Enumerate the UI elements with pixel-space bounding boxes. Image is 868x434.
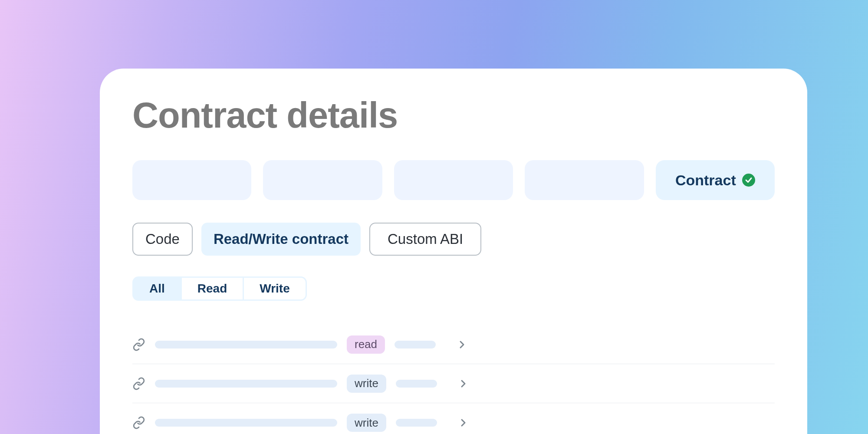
- filter-all[interactable]: All: [134, 278, 181, 299]
- top-tab-contract[interactable]: Contract: [656, 160, 775, 200]
- link-icon: [132, 377, 145, 390]
- filter-read[interactable]: Read: [181, 278, 243, 299]
- top-tab-2[interactable]: [263, 160, 382, 200]
- verified-check-icon: [742, 174, 755, 187]
- filter-segmented: All Read Write: [132, 276, 307, 301]
- method-row[interactable]: write: [132, 403, 775, 434]
- method-name-placeholder: [155, 341, 337, 349]
- method-name-placeholder: [155, 380, 337, 388]
- chevron-right-icon: [457, 339, 467, 350]
- chevron-right-icon: [458, 418, 468, 428]
- link-icon: [132, 338, 145, 351]
- method-meta-placeholder: [396, 380, 437, 388]
- method-tag: write: [347, 414, 386, 432]
- contract-subtabs: Code Read/Write contract Custom ABI: [132, 223, 775, 256]
- subtab-custom-abi[interactable]: Custom ABI: [369, 223, 481, 256]
- method-meta-placeholder: [395, 341, 436, 349]
- content-card: Contract details Contract Code Read/Writ…: [100, 69, 807, 434]
- method-name-placeholder: [155, 419, 337, 427]
- top-tabs: Contract: [132, 160, 775, 200]
- top-tab-1[interactable]: [132, 160, 251, 200]
- top-tab-3[interactable]: [394, 160, 513, 200]
- method-row[interactable]: write: [132, 364, 775, 403]
- link-icon: [132, 416, 145, 429]
- page-title: Contract details: [132, 95, 775, 136]
- filter-write[interactable]: Write: [243, 278, 306, 299]
- top-tab-contract-label: Contract: [675, 172, 736, 189]
- top-tab-4[interactable]: [525, 160, 644, 200]
- method-tag: read: [347, 335, 385, 354]
- subtab-read-write[interactable]: Read/Write contract: [201, 223, 361, 256]
- method-list: readwritewrite: [132, 325, 775, 434]
- subtab-code[interactable]: Code: [132, 223, 193, 256]
- method-tag: write: [347, 375, 386, 393]
- method-row[interactable]: read: [132, 325, 775, 364]
- chevron-right-icon: [458, 378, 468, 389]
- method-meta-placeholder: [396, 419, 437, 427]
